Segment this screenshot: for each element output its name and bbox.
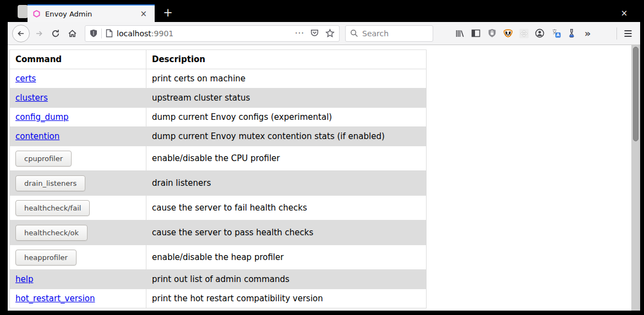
back-button[interactable] xyxy=(12,25,30,42)
new-tab-button[interactable]: + xyxy=(160,5,176,21)
command-description: print out list of admin commands xyxy=(146,270,427,289)
command-button[interactable]: drain_listeners xyxy=(15,175,85,191)
reload-icon xyxy=(51,29,60,38)
url-port: :9901 xyxy=(151,29,173,38)
table-header-row: Command Description xyxy=(10,50,427,69)
home-icon xyxy=(68,29,77,38)
page-info-icon xyxy=(106,29,113,37)
table-row: drain_listenersdrain listeners xyxy=(10,171,427,196)
search-bar[interactable] xyxy=(345,25,433,42)
command-description: cause the server to pass health checks xyxy=(146,220,427,245)
url-bar[interactable]: localhost:9901 ··· xyxy=(85,25,340,42)
command-button[interactable]: cpuprofiler xyxy=(15,151,72,167)
forward-button[interactable] xyxy=(31,25,47,42)
vertical-scrollbar[interactable] xyxy=(631,45,640,311)
extension-disabled-icon xyxy=(519,29,529,38)
command-cell: clusters xyxy=(10,89,146,108)
tab-title: Envoy Admin xyxy=(45,10,138,18)
envoy-favicon-icon xyxy=(33,10,40,18)
command-description: enable/disable the CPU profiler xyxy=(146,146,427,171)
command-description: print the hot restart compatibility vers… xyxy=(146,289,427,308)
back-arrow-icon xyxy=(17,29,25,38)
sidebar-icon xyxy=(471,29,481,37)
command-cell: drain_listeners xyxy=(10,171,146,196)
account-button[interactable] xyxy=(532,25,548,42)
flask-icon xyxy=(567,29,576,38)
command-link[interactable]: contention xyxy=(15,131,59,141)
window-close-button[interactable]: × xyxy=(616,5,632,21)
sidebar-button[interactable] xyxy=(468,25,484,42)
search-icon xyxy=(350,29,358,37)
bookmark-star-icon[interactable] xyxy=(325,29,335,38)
command-cell: healthcheck/ok xyxy=(10,220,146,245)
command-link[interactable]: certs xyxy=(15,74,36,84)
table-row: hot_restart_versionprint the hot restart… xyxy=(10,289,427,308)
command-button[interactable]: healthcheck/fail xyxy=(15,200,90,216)
toolbar-icons: A » xyxy=(452,25,596,42)
command-description: cause the server to fail health checks xyxy=(146,196,427,220)
shield-lock-icon xyxy=(488,29,496,38)
page-content: Command Description certsprint certs on … xyxy=(8,45,640,311)
privacy-badger-button[interactable] xyxy=(500,25,516,42)
hamburger-menu-icon xyxy=(624,30,632,37)
table-row: config_dumpdump current Envoy configs (e… xyxy=(10,108,427,127)
command-description: upstream cluster status xyxy=(146,89,427,108)
overflow-chevron-icon: » xyxy=(585,27,591,39)
scrollbar-thumb[interactable] xyxy=(633,47,638,141)
command-link[interactable]: hot_restart_version xyxy=(15,294,95,303)
account-icon xyxy=(535,29,544,38)
library-icon xyxy=(455,29,465,38)
command-description: drain listeners xyxy=(146,171,427,196)
titlebar-spacer xyxy=(18,5,28,18)
https-everywhere-button[interactable] xyxy=(484,25,500,42)
column-header-command: Command xyxy=(10,50,146,69)
table-row: cpuprofilerenable/disable the CPU profil… xyxy=(10,146,427,171)
toolbar-divider xyxy=(616,27,617,40)
library-button[interactable] xyxy=(452,25,468,42)
table-row: healthcheck/okcause the server to pass h… xyxy=(10,220,427,245)
table-row: contentiondump current Envoy mutex conte… xyxy=(10,127,427,146)
screen: { "tab_bar": { "tab": { "title": "Envoy … xyxy=(0,0,644,315)
command-button[interactable]: healthcheck/ok xyxy=(15,225,88,241)
privacy-badger-icon xyxy=(503,29,513,38)
translate-icon: A xyxy=(551,29,561,38)
column-header-description: Description xyxy=(146,50,427,69)
overflow-menu-button[interactable]: » xyxy=(580,25,596,42)
svg-text:A: A xyxy=(556,32,559,37)
search-input[interactable] xyxy=(362,29,423,38)
table-row: healthcheck/failcause the server to fail… xyxy=(10,196,427,220)
disabled-extension-button[interactable] xyxy=(516,25,532,42)
urlbar-divider xyxy=(101,29,102,38)
pocket-icon[interactable] xyxy=(310,29,319,38)
translate-button[interactable]: A xyxy=(548,25,564,42)
tracking-protection-shield-icon xyxy=(90,29,97,38)
command-link[interactable]: help xyxy=(15,274,33,284)
url-text: localhost:9901 xyxy=(117,29,295,38)
tab-bar: Envoy Admin × + × xyxy=(8,0,640,22)
browser-window: Envoy Admin × + × xyxy=(8,0,640,311)
page-actions-icon[interactable]: ··· xyxy=(295,29,304,38)
home-button[interactable] xyxy=(64,25,80,42)
admin-command-table: Command Description certsprint certs on … xyxy=(9,49,427,308)
url-host: localhost xyxy=(117,29,151,38)
command-cell: certs xyxy=(10,69,146,89)
command-cell: healthcheck/fail xyxy=(10,196,146,220)
table-row: helpprint out list of admin commands xyxy=(10,270,427,289)
reload-button[interactable] xyxy=(47,25,64,42)
tab-close-icon[interactable]: × xyxy=(138,9,149,19)
command-link[interactable]: clusters xyxy=(15,93,48,103)
forward-arrow-icon xyxy=(35,29,43,38)
tab-envoy-admin[interactable]: Envoy Admin × xyxy=(28,4,155,22)
table-row: certsprint certs on machine xyxy=(10,69,427,89)
navigation-toolbar: localhost:9901 ··· xyxy=(8,22,640,45)
command-link[interactable]: config_dump xyxy=(15,112,69,122)
flask-extension-button[interactable] xyxy=(564,25,580,42)
command-description: dump current Envoy mutex contention stat… xyxy=(146,127,427,146)
table-row: clustersupstream cluster status xyxy=(10,89,427,108)
command-table-body: certsprint certs on machineclustersupstr… xyxy=(10,69,427,308)
command-button[interactable]: heapprofiler xyxy=(15,250,77,266)
command-description: enable/disable the heap profiler xyxy=(146,245,427,270)
app-menu-button[interactable] xyxy=(620,25,636,42)
command-cell: cpuprofiler xyxy=(10,146,146,171)
command-description: print certs on machine xyxy=(146,69,427,89)
